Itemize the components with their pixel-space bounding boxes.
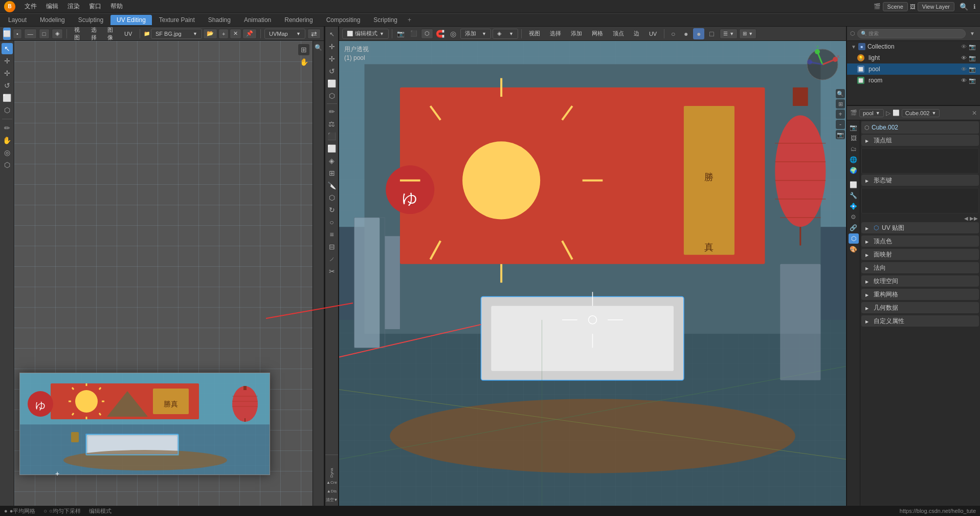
prop-remesh-header[interactable]: 重构网格 xyxy=(861,289,979,300)
viewport-tool-poly-build[interactable]: ⬡ xyxy=(326,192,338,203)
menu-file[interactable]: 文件 xyxy=(20,1,41,12)
viewport-tool-annotate[interactable]: ✏ xyxy=(326,106,338,117)
viewport-tool-transform[interactable]: ⬡ xyxy=(326,90,338,101)
vp-overlays-btn[interactable]: ☰ ▼ xyxy=(720,29,738,39)
pool-render-icon[interactable]: 📷 xyxy=(969,66,976,73)
dyntopo-clear[interactable]: 清空▼ xyxy=(326,496,338,504)
uv-tool-select[interactable]: ↖ xyxy=(2,43,13,54)
uv-tool-scale[interactable]: ⬜ xyxy=(2,92,13,103)
prop-custom-props-header[interactable]: 自定义属性 xyxy=(861,315,979,327)
uv-tool-rotate[interactable]: ↺ xyxy=(2,80,13,91)
uv-select-mode-island[interactable]: ◈ xyxy=(52,29,63,39)
viewport-xray-toggle[interactable]: ⬡ xyxy=(421,29,433,39)
uv-tool-stitch[interactable]: ⬡ xyxy=(2,159,13,170)
tab-scripting[interactable]: Scripting xyxy=(367,15,404,25)
prop-tab-material[interactable]: 🎨 xyxy=(849,244,859,254)
uv-view-all-icon[interactable]: ⊞ xyxy=(298,44,309,55)
uv-view-menu[interactable]: 视图 xyxy=(70,25,85,42)
vp-view-menu[interactable]: 视图 xyxy=(525,29,544,38)
viewport-canvas[interactable]: ゆ 勝 xyxy=(339,41,846,506)
prop-tab-object[interactable]: ⬜ xyxy=(849,180,859,190)
vp-rendered-shading[interactable]: ● xyxy=(693,28,704,39)
viewport-tool-edge-slide[interactable]: ≡ xyxy=(326,229,338,240)
view-layer-selector[interactable]: 🖼 View Layer xyxy=(910,2,954,11)
uv-tool-grab[interactable]: ✋ xyxy=(2,135,13,146)
prop-vertex-groups-header[interactable]: 顶点组 xyxy=(861,135,979,146)
prop-tab-output[interactable]: 🖼 xyxy=(849,133,859,143)
viewport-tool-shrink[interactable]: ⊟ xyxy=(326,241,338,252)
light-render-icon[interactable]: 📷 xyxy=(969,55,976,61)
dyntopo-create[interactable]: ▲Cre xyxy=(326,478,338,486)
viewport-tool-inset[interactable]: ⬜ xyxy=(326,143,338,154)
viewport-proportional-icon[interactable]: ◎ xyxy=(448,28,459,39)
info-icon[interactable]: ℹ xyxy=(973,3,976,10)
menu-window[interactable]: 窗口 xyxy=(85,1,105,12)
viewport-tool-rip[interactable]: ✂ xyxy=(326,266,338,277)
viewport-tool-knife[interactable]: 🔪 xyxy=(326,180,338,191)
vp-nav-icon[interactable]: ⊞ xyxy=(836,99,845,109)
vp-zoom-plus[interactable]: + xyxy=(836,110,845,119)
uv-tool-move[interactable]: ✢ xyxy=(2,68,13,79)
vp-wireframe-shading[interactable]: □ xyxy=(706,28,717,39)
outliner-item-pool[interactable]: ⬜ pool 👁 📷 xyxy=(847,63,980,75)
viewport-tool-shear[interactable]: ⟋ xyxy=(326,253,338,265)
uv-image-close[interactable]: ✕ xyxy=(230,29,241,39)
tab-sculpting[interactable]: Sculpting xyxy=(72,15,109,25)
uv-tool-relax[interactable]: ◎ xyxy=(2,147,13,158)
prop-texture-space-header[interactable]: 纹理空间 xyxy=(861,275,979,287)
prop-collapse-icon[interactable]: ✕ xyxy=(972,110,977,117)
viewport-tool-rotate[interactable]: ↺ xyxy=(326,66,338,77)
viewport-transform-orient[interactable]: 添加 ▼ xyxy=(460,29,491,39)
prop-tab-data[interactable]: ⬡ xyxy=(849,233,859,244)
vp-vertex-menu[interactable]: 顶点 xyxy=(609,29,628,38)
outliner-search[interactable]: 🔍 搜索 xyxy=(857,29,966,38)
viewport-tool-scale[interactable]: ⬜ xyxy=(326,78,338,89)
viewport-tool-loop-cut[interactable]: ⊞ xyxy=(326,167,338,179)
prop-tab-physics[interactable]: ⚙ xyxy=(849,212,859,222)
vp-zoom-in-icon[interactable]: 🔍 xyxy=(836,89,845,98)
prop-shape-keys-header[interactable]: 形态键 xyxy=(861,175,979,186)
prop-tab-particles[interactable]: 💠 xyxy=(849,201,859,211)
global-search-icon[interactable]: 🔍 xyxy=(956,3,971,11)
uv-select-mode-vertex[interactable]: • xyxy=(13,29,22,39)
uv-uvmap-selector[interactable]: UVMap ▼ xyxy=(264,29,305,39)
outliner-filter-icon[interactable]: ▼ xyxy=(968,29,977,38)
tab-compositing[interactable]: Compositing xyxy=(320,15,367,25)
prop-tab-view-layer[interactable]: 🗂 xyxy=(849,144,859,154)
uv-tool-cursor[interactable]: ✛ xyxy=(2,55,13,67)
viewport-tool-measure[interactable]: ⚖ xyxy=(326,118,338,130)
prop-face-maps-header[interactable]: 面映射 xyxy=(861,249,979,260)
tab-layout[interactable]: Layout xyxy=(2,15,33,25)
dyntopo-dissolve[interactable]: ▲Dis xyxy=(326,487,338,495)
vp-zoom-minus[interactable]: - xyxy=(836,120,845,129)
tab-shading[interactable]: Shading xyxy=(202,15,237,25)
vp-uv-menu[interactable]: UV xyxy=(645,30,661,38)
viewport-tool-smooth[interactable]: ○ xyxy=(326,217,338,228)
outliner-item-room[interactable]: ⬜ room 👁 📷 xyxy=(847,75,980,86)
prop-uv-maps-header[interactable]: ⬡ UV 贴图 xyxy=(861,222,979,233)
uv-image-selector[interactable]: 📁 SF BG.jpg ▼ 📂 + ✕ 📌 xyxy=(144,29,257,39)
tab-animation[interactable]: Animation xyxy=(238,15,277,25)
tab-modeling[interactable]: Modeling xyxy=(34,15,71,25)
outliner-item-collection[interactable]: ▼ ■ Collection 👁 📷 xyxy=(847,41,980,52)
uv-image-new[interactable]: + xyxy=(218,29,229,39)
vp-material-preview[interactable]: ● xyxy=(680,28,692,39)
vp-solid-shading[interactable]: ○ xyxy=(667,28,679,39)
prop-tab-world[interactable]: 🌍 xyxy=(849,165,859,176)
prop-pool-dropdown[interactable]: pool ▼ xyxy=(859,109,884,117)
scene-selector[interactable]: 🎬 Scene xyxy=(874,2,908,11)
collection-eye-icon[interactable]: 👁 xyxy=(961,44,967,50)
viewport-snap-icon[interactable]: 🧲 xyxy=(435,28,446,39)
viewport-tool-select[interactable]: ↖ xyxy=(326,29,338,40)
viewport-tool-bevel[interactable]: ◈ xyxy=(326,155,338,166)
prop-tab-modifier[interactable]: 🔧 xyxy=(849,190,859,201)
uv-select-mode-edge[interactable]: — xyxy=(24,29,37,39)
uv-zoom-in[interactable]: 🔍 xyxy=(314,43,323,52)
add-workspace-button[interactable]: + xyxy=(405,15,414,25)
viewport-tool-extrude[interactable]: ⬛ xyxy=(326,131,338,142)
uv-select-menu[interactable]: 选择 xyxy=(87,25,102,42)
prop-normals-header[interactable]: 法向 xyxy=(861,262,979,273)
prop-mesh-dropdown[interactable]: Cube.002 ▼ xyxy=(902,109,940,117)
vp-select-menu[interactable]: 选择 xyxy=(546,29,565,38)
tab-texture-paint[interactable]: Texture Paint xyxy=(153,15,201,25)
